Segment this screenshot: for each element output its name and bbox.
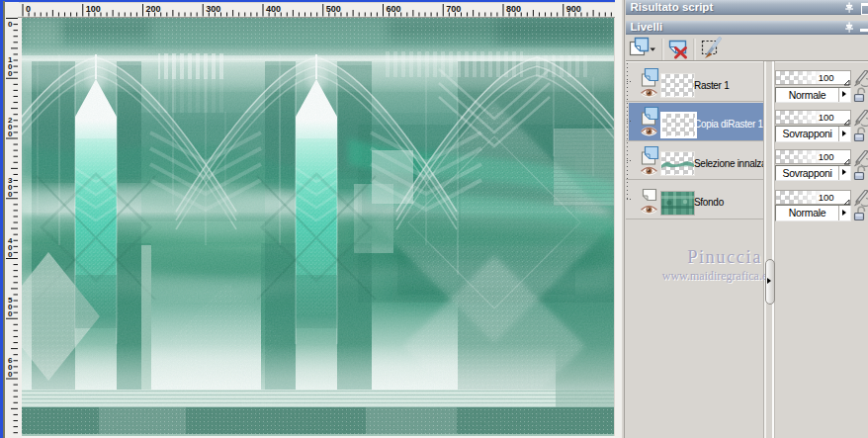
svg-text:200: 200 — [146, 4, 161, 14]
svg-text:400: 400 — [266, 4, 281, 14]
svg-text:0: 0 — [8, 190, 13, 199]
svg-text:0: 0 — [8, 130, 13, 138]
svg-text:700: 700 — [446, 4, 461, 14]
svg-text:0: 0 — [8, 20, 13, 29]
svg-text:0: 0 — [8, 69, 13, 78]
svg-text:600: 600 — [387, 4, 401, 14]
svg-text:800: 800 — [506, 4, 521, 14]
svg-text:300: 300 — [206, 4, 220, 14]
svg-text:0: 0 — [8, 309, 13, 318]
svg-text:0: 0 — [8, 370, 13, 379]
svg-text:100: 100 — [86, 4, 101, 14]
svg-text:900: 900 — [566, 4, 581, 14]
svg-text:0: 0 — [8, 250, 13, 259]
svg-text:0: 0 — [26, 4, 31, 14]
svg-text:500: 500 — [326, 4, 341, 14]
